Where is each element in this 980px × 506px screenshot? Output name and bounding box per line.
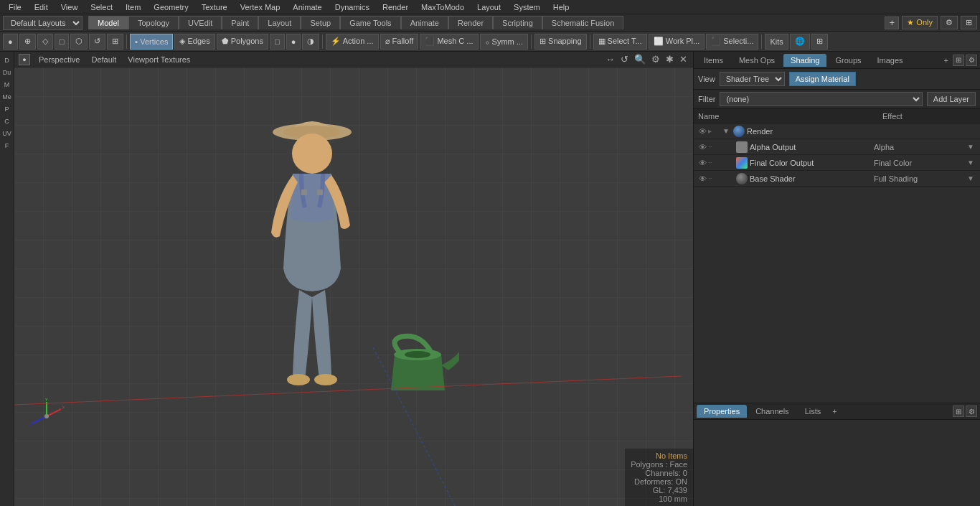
tab-groups[interactable]: Groups bbox=[828, 54, 868, 67]
tool-lasso[interactable]: ◇ bbox=[37, 34, 53, 50]
left-tool-f[interactable]: F bbox=[1, 140, 14, 151]
tab-shading[interactable]: Shading bbox=[783, 54, 826, 67]
tab-game-tools[interactable]: Game Tools bbox=[340, 16, 401, 29]
work-plane-btn[interactable]: ⬜ Work Pl... bbox=[649, 34, 705, 50]
left-tool-c[interactable]: C bbox=[1, 116, 14, 127]
menu-layout[interactable]: Layout bbox=[471, 1, 507, 13]
texture-label[interactable]: Viewport Textures bbox=[125, 55, 193, 65]
tool-poly[interactable]: ⬡ bbox=[70, 34, 88, 50]
mesh-btn[interactable]: ⬛ Mesh C ... bbox=[420, 34, 478, 50]
bp-expand-btn[interactable]: ⊞ bbox=[953, 406, 964, 417]
menu-animate[interactable]: Animate bbox=[287, 1, 327, 13]
left-tool-p[interactable]: P bbox=[1, 103, 14, 115]
tool-polygons[interactable]: ⬟ Polygons bbox=[217, 34, 268, 50]
tab-setup[interactable]: Setup bbox=[301, 16, 340, 29]
viewport-rotate-btn[interactable]: ↺ bbox=[619, 54, 630, 65]
tool-sphere-toggle[interactable]: ● bbox=[3, 34, 18, 50]
left-tool-d[interactable]: D bbox=[1, 55, 14, 66]
menu-vertex-map[interactable]: Vertex Map bbox=[235, 1, 286, 13]
tab-properties[interactable]: Properties bbox=[697, 405, 747, 418]
menu-dynamics[interactable]: Dynamics bbox=[329, 1, 375, 13]
visibility-icon-render[interactable]: 👁 bbox=[697, 127, 708, 136]
viewport-toggle-btn[interactable]: ● bbox=[19, 54, 30, 65]
final-color-arrow[interactable]: ▼ bbox=[967, 159, 977, 167]
tab-uvedit[interactable]: UVEdit bbox=[179, 16, 222, 29]
shader-view-select[interactable]: Shader Tree bbox=[720, 72, 785, 86]
tab-scripting[interactable]: Scripting bbox=[493, 16, 542, 29]
tab-channels[interactable]: Channels bbox=[748, 405, 796, 418]
viewport-settings-btn[interactable]: ⚙ bbox=[650, 54, 661, 65]
menu-geometry[interactable]: Geometry bbox=[148, 1, 194, 13]
shader-item-final-color[interactable]: 👁 ·· Final Color Output Final Color ▼ bbox=[694, 155, 980, 171]
filter-select[interactable]: (none) bbox=[720, 92, 922, 106]
bp-plus-btn[interactable]: + bbox=[832, 407, 837, 416]
tool-edges[interactable]: ◈ Edges bbox=[174, 34, 215, 50]
assign-material-btn[interactable]: Assign Material bbox=[789, 72, 856, 86]
left-tool-uv[interactable]: UV bbox=[1, 128, 14, 139]
tab-model[interactable]: Model bbox=[88, 16, 128, 29]
menu-edit[interactable]: Edit bbox=[29, 1, 54, 13]
layout-dropdown[interactable]: Default Layouts bbox=[3, 16, 83, 30]
bp-gear-btn[interactable]: ⚙ bbox=[966, 406, 977, 417]
visibility-icon-final-color[interactable]: 👁 bbox=[697, 159, 708, 167]
add-layout-btn[interactable]: + bbox=[885, 17, 899, 29]
selection-btn[interactable]: ⬛ Selecti... bbox=[706, 34, 758, 50]
shader-item-base-shader[interactable]: 👁 ·· Base Shader Full Shading ▼ bbox=[694, 171, 980, 187]
rp-gear-btn[interactable]: ⚙ bbox=[966, 55, 977, 66]
falloff-btn[interactable]: ⌀ Falloff bbox=[380, 34, 419, 50]
tab-paint[interactable]: Paint bbox=[222, 16, 258, 29]
tab-images[interactable]: Images bbox=[870, 54, 910, 67]
symmetry-btn[interactable]: ⬦ Symm ... bbox=[480, 34, 528, 50]
layout-expand-btn[interactable]: ⊞ bbox=[961, 16, 977, 29]
visibility-icon-base-shader[interactable]: 👁 bbox=[697, 174, 708, 183]
expand-btn[interactable]: ⊞ bbox=[811, 34, 828, 50]
tool-dot[interactable]: ● bbox=[286, 34, 301, 50]
viewport-move-btn[interactable]: ↔ bbox=[604, 54, 616, 65]
tool-box[interactable]: □ bbox=[55, 34, 70, 50]
add-layer-btn[interactable]: Add Layer bbox=[927, 92, 976, 106]
tool-grid[interactable]: ⊞ bbox=[107, 34, 123, 50]
left-tool-m[interactable]: M bbox=[1, 79, 14, 90]
base-shader-arrow[interactable]: ▼ bbox=[967, 174, 977, 182]
default-label[interactable]: Default bbox=[88, 55, 119, 65]
select-tool-btn[interactable]: ▦ Select T... bbox=[593, 34, 647, 50]
alpha-arrow[interactable]: ▼ bbox=[967, 143, 977, 151]
tool-axes[interactable]: ⊕ bbox=[19, 34, 36, 50]
expand-render[interactable]: ▼ bbox=[722, 127, 731, 135]
viewport-close-btn[interactable]: ✕ bbox=[678, 54, 689, 65]
viewport[interactable]: ● Perspective Default Viewport Textures … bbox=[14, 52, 693, 506]
tab-schematic-fusion[interactable]: Schematic Fusion bbox=[542, 16, 623, 29]
layout-gear-btn[interactable]: ⚙ bbox=[941, 16, 958, 29]
menu-system[interactable]: System bbox=[508, 1, 546, 13]
menu-help[interactable]: Help bbox=[547, 1, 575, 13]
kits-btn[interactable]: Kits bbox=[765, 34, 788, 50]
shader-tree[interactable]: 👁 ▸ ▼ Render 👁 ·· Alpha Output Alpha ▼ 👁 bbox=[694, 123, 980, 403]
rp-expand-btn[interactable]: ⊞ bbox=[953, 55, 964, 66]
menu-render[interactable]: Render bbox=[377, 1, 414, 13]
tab-mesh-ops[interactable]: Mesh Ops bbox=[732, 54, 782, 67]
viewport-zoom-btn[interactable]: 🔍 bbox=[633, 54, 647, 65]
menu-select[interactable]: Select bbox=[85, 1, 118, 13]
star-only-btn[interactable]: ★ Only bbox=[902, 16, 938, 29]
menu-file[interactable]: File bbox=[3, 1, 27, 13]
snapping-btn[interactable]: ⊞ Snapping bbox=[534, 34, 587, 50]
perspective-label[interactable]: Perspective bbox=[36, 55, 83, 65]
viewport-gear-icon[interactable]: ✱ bbox=[664, 54, 675, 65]
tab-lists[interactable]: Lists bbox=[798, 405, 829, 418]
shader-item-alpha[interactable]: 👁 ·· Alpha Output Alpha ▼ bbox=[694, 139, 980, 155]
shader-item-render[interactable]: 👁 ▸ ▼ Render bbox=[694, 123, 980, 139]
tool-vertices[interactable]: ▪ Vertices bbox=[130, 34, 173, 50]
tab-render[interactable]: Render bbox=[448, 16, 493, 29]
tool-square[interactable]: □ bbox=[270, 34, 285, 50]
tool-half[interactable]: ◑ bbox=[302, 34, 319, 50]
global-btn[interactable]: 🌐 bbox=[790, 34, 810, 50]
left-tool-du[interactable]: Du bbox=[1, 67, 14, 78]
menu-maxtomodo[interactable]: MaxToModo bbox=[415, 1, 470, 13]
tool-rotate[interactable]: ↺ bbox=[89, 34, 105, 50]
viewport-3d[interactable]: X Z Y No Items Polygons : Face Channels:… bbox=[14, 67, 693, 506]
rp-plus-btn[interactable]: + bbox=[941, 56, 951, 65]
tab-items[interactable]: Items bbox=[697, 54, 730, 67]
menu-texture[interactable]: Texture bbox=[196, 1, 233, 13]
tab-layout[interactable]: Layout bbox=[258, 16, 301, 29]
tab-animate[interactable]: Animate bbox=[401, 16, 448, 29]
